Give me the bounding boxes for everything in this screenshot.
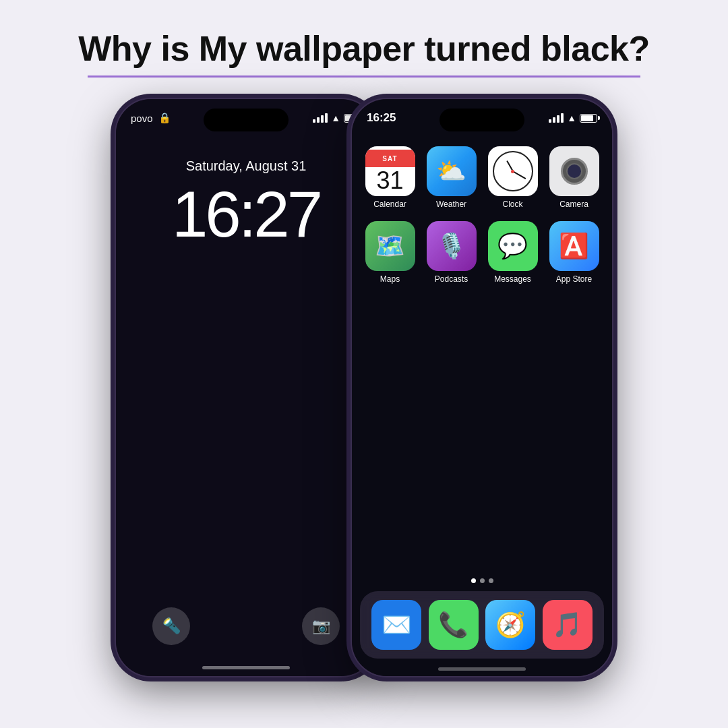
lock-screen: povo 🔒 ▲ Saturday, August 31 xyxy=(116,99,376,676)
h-signal-bar-2 xyxy=(553,117,555,123)
signal-bar-4 xyxy=(325,113,328,123)
app-item-podcasts[interactable]: 🎙️ Podcasts xyxy=(424,221,479,284)
clock-label: Clock xyxy=(502,200,522,209)
phones-container: povo 🔒 ▲ Saturday, August 31 xyxy=(0,98,728,677)
maps-label: Maps xyxy=(380,274,400,284)
home-dock: ✉️ 📞 🧭 🎵 xyxy=(360,591,604,659)
safari-icon: 🧭 xyxy=(485,600,535,650)
calendar-day: 31 xyxy=(376,167,403,193)
calendar-top: SAT xyxy=(365,150,415,167)
app-item-maps[interactable]: 🗺️ Maps xyxy=(363,221,417,284)
flashlight-button[interactable]: 🔦 xyxy=(152,607,190,645)
camera-icon xyxy=(549,146,599,196)
carrier-label: povo xyxy=(131,113,153,124)
app-item-weather[interactable]: ⛅ Weather xyxy=(424,146,479,209)
signal-bar-1 xyxy=(313,119,315,123)
lock-bottom-actions: 🔦 📷 xyxy=(116,607,376,645)
lock-icon: 🔒 xyxy=(158,112,171,124)
podcasts-label: Podcasts xyxy=(435,274,468,284)
page-dot-1 xyxy=(471,578,476,583)
clock-icon xyxy=(488,146,538,196)
maps-icon: 🗺️ xyxy=(365,221,415,271)
clock-face xyxy=(493,151,533,191)
h-signal-bar-4 xyxy=(561,113,564,123)
page-dot-2 xyxy=(480,578,485,583)
h-signal-bar-1 xyxy=(549,119,551,123)
music-icon: 🎵 xyxy=(543,600,593,650)
dynamic-island-left xyxy=(204,109,289,131)
maps-emoji: 🗺️ xyxy=(375,232,405,260)
weather-emoji: ⛅ xyxy=(436,157,466,185)
app-item-calendar[interactable]: SAT 31 Calendar xyxy=(363,146,417,209)
wifi-icon: ▲ xyxy=(331,113,340,123)
page-dot-3 xyxy=(489,578,493,583)
dock-phone[interactable]: 📞 xyxy=(429,600,479,650)
dynamic-island-right xyxy=(439,109,524,131)
camera-lens xyxy=(566,163,582,179)
signal-bar-3 xyxy=(321,115,324,123)
camera-label: Camera xyxy=(559,200,588,209)
title-underline xyxy=(88,75,640,78)
home-indicator-right xyxy=(438,667,526,671)
messages-label: Messages xyxy=(494,274,531,284)
calendar-label: Calendar xyxy=(373,200,406,209)
home-wifi-icon: ▲ xyxy=(567,113,576,123)
mail-icon: ✉️ xyxy=(371,600,421,650)
signal-bar-2 xyxy=(317,117,320,123)
calendar-icon: SAT 31 xyxy=(365,146,415,196)
camera-button[interactable]: 📷 xyxy=(302,607,340,645)
appstore-label: App Store xyxy=(556,274,592,284)
messages-emoji: 💬 xyxy=(497,232,528,260)
h-signal-bar-3 xyxy=(557,115,559,123)
appstore-emoji: 🅰️ xyxy=(559,232,589,260)
app-item-messages[interactable]: 💬 Messages xyxy=(485,221,540,284)
app-item-clock[interactable]: Clock xyxy=(485,146,540,209)
podcasts-emoji: 🎙️ xyxy=(436,232,466,260)
clock-center-dot xyxy=(511,170,514,173)
app-item-camera[interactable]: Camera xyxy=(547,146,601,209)
weather-label: Weather xyxy=(436,200,466,209)
right-phone: 16:25 ▲ xyxy=(351,98,613,677)
home-status-time: 16:25 xyxy=(367,111,396,125)
app-grid: SAT 31 Calendar ⛅ Weather xyxy=(363,146,601,284)
app-item-appstore[interactable]: 🅰️ App Store xyxy=(547,221,601,284)
lock-status-left: povo 🔒 xyxy=(131,112,171,124)
home-screen: 16:25 ▲ xyxy=(352,99,612,676)
dock-music[interactable]: 🎵 xyxy=(543,600,593,650)
clock-min-hand xyxy=(512,171,526,179)
home-indicator-left xyxy=(202,666,290,669)
page-dots xyxy=(352,578,612,583)
home-battery-icon xyxy=(580,114,597,123)
home-status-right: ▲ xyxy=(549,113,597,123)
left-phone: povo 🔒 ▲ Saturday, August 31 xyxy=(115,98,377,677)
lock-date: Saturday, August 31 xyxy=(116,158,376,174)
home-signal-bars xyxy=(549,113,564,123)
dock-safari[interactable]: 🧭 xyxy=(485,600,535,650)
signal-bars xyxy=(313,113,328,123)
weather-icon: ⛅ xyxy=(427,146,477,196)
lock-time: 16:27 xyxy=(116,177,376,251)
phone-icon: 📞 xyxy=(429,600,479,650)
header-section: Why is My wallpaper turned black? xyxy=(0,0,728,84)
camera-outer xyxy=(561,158,588,185)
podcasts-icon: 🎙️ xyxy=(427,221,477,271)
home-battery-fill xyxy=(581,115,593,121)
appstore-icon: 🅰️ xyxy=(549,221,599,271)
messages-icon: 💬 xyxy=(488,221,538,271)
page-title: Why is My wallpaper turned black? xyxy=(0,28,728,69)
dock-mail[interactable]: ✉️ xyxy=(371,600,421,650)
